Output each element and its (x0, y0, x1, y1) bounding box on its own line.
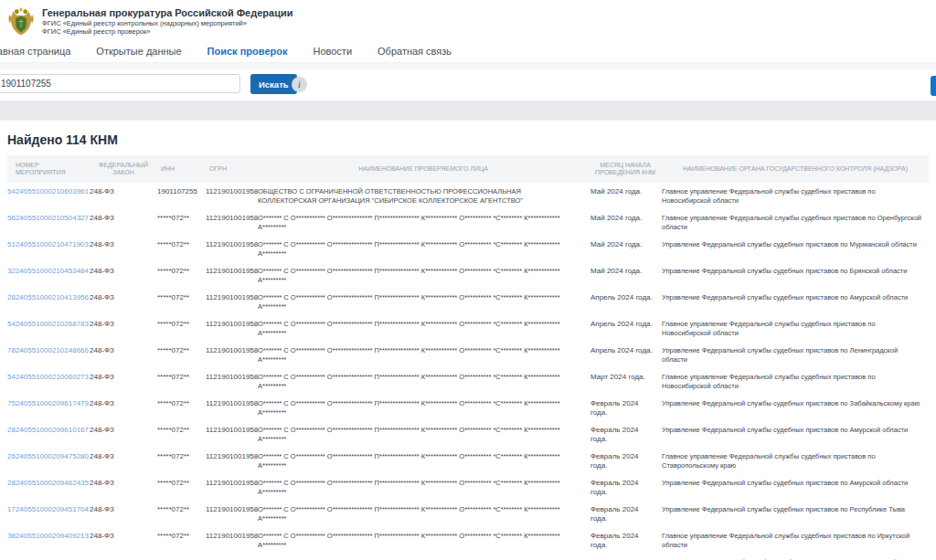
nav-item-feedback[interactable]: Обратная связь (378, 46, 452, 57)
entity-name-cell: О******* С О*********** О***************… (258, 426, 589, 443)
federal-law-cell: 248-ФЗ (90, 373, 157, 382)
event-number-link[interactable]: 54240551000210060273 (7, 373, 89, 381)
table-row: 28240551000209610167 248-ФЗ *****072** 1… (7, 421, 929, 448)
info-icon[interactable]: i (292, 77, 307, 92)
event-number-link[interactable]: 54240551000210603961 (7, 187, 89, 195)
federal-law-cell: 248-ФЗ (90, 240, 157, 249)
event-number-cell: 28240551000210413956 (7, 293, 90, 302)
inn-cell: *****072** (157, 399, 206, 408)
event-number-link[interactable]: 54240551000210268783 (7, 320, 89, 328)
nav-item-open-data[interactable]: Открытые данные (96, 46, 181, 57)
search-button[interactable]: Искать (250, 74, 297, 94)
ogrn-cell: 1121901001958 (206, 532, 258, 541)
entity-name-cell: О******* С О*********** О***************… (258, 346, 589, 364)
table-body: 54240551000210603961 248-ФЗ 1901107255 1… (7, 183, 929, 560)
table-row: 28240551000209462435 248-ФЗ *****072** 1… (7, 474, 929, 501)
ogrn-cell: 1121901001958 (206, 320, 258, 329)
inn-cell: *****072** (157, 240, 206, 249)
site-header: Генеральная прокуратура Российской Федер… (0, 0, 936, 42)
event-number-link[interactable]: 28240551000209610167 (7, 426, 89, 434)
start-month-cell: Апрель 2024 года. (589, 320, 662, 329)
inn-cell: *****072** (157, 426, 206, 435)
start-month-cell: Май 2024 года. (589, 240, 662, 249)
section-divider-band (0, 100, 936, 121)
control-organ-cell: Управление Федеральной службы судебных п… (662, 505, 929, 514)
event-number-link[interactable]: 28240551000210413956 (7, 293, 89, 301)
ogrn-cell: 1121901001958 (206, 452, 258, 461)
table-row: 28240551000210413956 248-ФЗ *****072** 1… (7, 289, 929, 315)
start-month-cell: Февраль 2024 года. (589, 426, 662, 443)
event-number-cell: 26240551000209475280 (7, 452, 90, 461)
inn-cell: *****072** (157, 214, 206, 223)
control-organ-cell: Управление Федеральной службы судебных п… (662, 399, 929, 408)
ogrn-cell: 1121901001958 (206, 505, 258, 514)
control-organ-cell: Управление Федеральной службы судебных п… (662, 346, 929, 364)
inn-cell: *****072** (157, 479, 206, 488)
event-number-cell: 51240551000210471903 (7, 240, 90, 249)
fgis-registry-line1: ФГИС «Единый реестр контрольных (надзорн… (42, 19, 292, 27)
control-organ-cell: Главное управление Федеральной службы су… (662, 320, 929, 337)
ogrn-cell: 1121901001958 (206, 240, 258, 249)
event-number-link[interactable]: 38240551000209409213 (7, 532, 89, 540)
entity-name-cell: О******* С О*********** О***************… (258, 399, 589, 417)
event-number-cell: 54240551000210268783 (7, 320, 90, 329)
table-row: 32240551000210453484 248-ФЗ *****072** 1… (7, 262, 929, 289)
event-number-link[interactable]: 28240551000209462435 (7, 479, 89, 487)
search-input[interactable] (0, 74, 240, 93)
start-month-cell: Май 2024 года. (589, 187, 662, 196)
column-header-start-month: МЕСЯЦ НАЧАЛА ПРОВЕДЕНИЯ КНМ (589, 159, 662, 180)
table-row: 38240551000209409213 248-ФЗ *****072** 1… (7, 527, 929, 554)
site-title-block: Генеральная прокуратура Российской Федер… (42, 7, 292, 36)
column-header-federal-law: ФЕДЕРАЛЬНЫЙ ЗАКОН (90, 159, 157, 180)
ogrn-cell: 1121901001958 (206, 479, 258, 488)
start-month-cell: Апрель 2024 года. (589, 346, 662, 355)
right-edge-cut-button[interactable] (931, 76, 936, 96)
table-row: 56240551000210504327 248-ФЗ *****072** 1… (7, 209, 929, 236)
entity-name-cell: О******* С О*********** О***************… (258, 452, 589, 470)
federal-law-cell: 248-ФЗ (90, 479, 157, 488)
event-number-link[interactable]: 51240551000210471903 (7, 240, 89, 248)
federal-law-cell: 248-ФЗ (90, 426, 157, 435)
nav-item-home[interactable]: Главная страница (0, 46, 70, 57)
table-row: 51240551000210471903 248-ФЗ *****072** 1… (7, 236, 929, 262)
event-number-link[interactable]: 26240551000209475280 (7, 452, 89, 460)
start-month-cell: Февраль 2024 года. (589, 452, 662, 470)
event-number-link[interactable]: 78240551000210248666 (7, 346, 89, 354)
event-number-cell: 78240551000210248666 (7, 346, 90, 355)
table-row: 75240551000209617479 248-ФЗ *****072** 1… (7, 395, 929, 421)
event-number-cell: 28240551000209462435 (7, 479, 90, 488)
event-number-cell: 54240551000210603961 (7, 187, 90, 196)
table-row: 17240551000209451704 248-ФЗ *****072** 1… (7, 501, 929, 527)
org-title: Генеральная прокуратура Российской Федер… (42, 7, 292, 19)
inn-cell: 1901107255 (157, 187, 206, 196)
event-number-link[interactable]: 32240551000210453484 (7, 267, 89, 275)
entity-name-cell: О******* С О*********** О***************… (258, 373, 589, 390)
event-number-cell: 17240551000209451704 (7, 505, 90, 514)
start-month-cell: Февраль 2024 года. (589, 399, 662, 417)
control-organ-cell: Главное управление Федеральной службы су… (662, 452, 929, 470)
event-number-cell: 56240551000210504327 (7, 214, 90, 223)
start-month-cell: Февраль 2024 года. (589, 505, 662, 523)
event-number-link[interactable]: 17240551000209451704 (7, 505, 89, 513)
column-header-inspected-entity: НАИМЕНОВАНИЕ ПРОВЕРЯЕМОГО ЛИЦА (258, 163, 589, 176)
nav-item-search-checks[interactable]: Поиск проверок (207, 46, 288, 57)
entity-name-cell: О******* С О*********** О***************… (258, 293, 589, 311)
nav-item-news[interactable]: Новости (313, 46, 352, 57)
start-month-cell: Апрель 2024 года. (589, 293, 662, 302)
event-number-link[interactable]: 56240551000210504327 (7, 214, 89, 222)
control-organ-cell: Управление Федеральной службы судебных п… (662, 240, 929, 249)
ogrn-cell: 1121901001958 (206, 293, 258, 302)
entity-name-cell: ОБЩЕСТВО С ОГРАНИЧЕННОЙ ОТВЕТСТВЕННОСТЬЮ… (258, 187, 589, 205)
ogrn-cell: 1121901001958 (206, 267, 258, 276)
start-month-cell: Май 2024 года. (589, 267, 662, 276)
entity-name-cell: О******* С О*********** О***************… (258, 505, 589, 523)
inn-cell: *****072** (157, 293, 206, 302)
table-row: 54240551000210060273 248-ФЗ *****072** 1… (7, 368, 929, 395)
ogrn-cell: 1121901001958 (206, 346, 258, 355)
federal-law-cell: 248-ФЗ (90, 399, 157, 408)
event-number-cell: 75240551000209617479 (7, 399, 90, 408)
column-header-inn: ИНН (157, 163, 206, 176)
event-number-link[interactable]: 75240551000209617479 (7, 399, 89, 407)
entity-name-cell: О******* С О*********** О***************… (258, 214, 589, 231)
federal-law-cell: 248-ФЗ (90, 452, 157, 461)
